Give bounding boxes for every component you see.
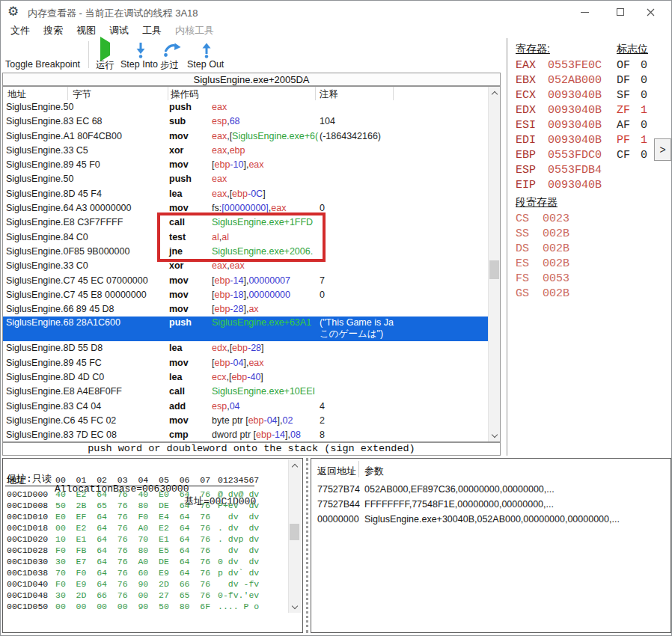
register-row[interactable]: ESI0093040B bbox=[516, 118, 602, 133]
column-label-comment[interactable]: 注释 bbox=[320, 88, 338, 101]
column-label-bytes[interactable]: 字节 bbox=[73, 88, 91, 101]
disasm-row[interactable]: SiglusEngine.C6 45 FC 02movbyte ptr [ebp… bbox=[3, 414, 488, 428]
flag-row[interactable]: DF0 bbox=[617, 73, 647, 88]
hex-row[interactable]: 00C1D05000 00 00 00 90 50 80 6F.... P o bbox=[3, 601, 287, 612]
register-name: ECX bbox=[516, 88, 548, 103]
disasm-scrollbar[interactable] bbox=[488, 87, 500, 441]
disasm-row[interactable]: SiglusEngine.8D 4D C0leaecx,[ebp-40] bbox=[3, 370, 488, 385]
disasm-row[interactable]: SiglusEngine.50pusheax bbox=[3, 100, 488, 114]
hex-row[interactable]: 00C1D010E0 EF 64 76 F0 E4 64 76 dv dv bbox=[3, 511, 287, 522]
disasm-mnemonic: mov bbox=[169, 302, 189, 317]
hex-address: 00C1D038 bbox=[7, 567, 48, 578]
segment-row[interactable]: SS 002B bbox=[516, 227, 569, 242]
segment-row[interactable]: ES 002B bbox=[516, 257, 569, 272]
disasm-row[interactable]: SiglusEngine.33 C5xoreax,ebp bbox=[3, 144, 488, 158]
disasm-row[interactable]: SiglusEngine.8D 45 F4leaeax,[ebp-0C] bbox=[3, 187, 488, 201]
segment-row[interactable]: GS 002B bbox=[516, 287, 569, 302]
disasm-row[interactable]: SiglusEngine.83 C4 04addesp,044 bbox=[3, 400, 488, 414]
hex-scrollbar[interactable] bbox=[288, 459, 301, 613]
scroll-up-button[interactable] bbox=[489, 87, 500, 99]
menu-item-tools[interactable]: 工具 bbox=[135, 23, 168, 38]
flag-row[interactable]: PF1 bbox=[617, 133, 647, 148]
segment-row[interactable]: DS 002B bbox=[516, 242, 569, 257]
menu-item-debug[interactable]: 调试 bbox=[103, 23, 135, 38]
menu-item-kernel-tools[interactable]: 内核工具 bbox=[168, 23, 221, 38]
stack-row[interactable]: 77527B44FFFFFFFF,77548F1E,00000000,00000… bbox=[311, 497, 671, 512]
stack-col-return-address[interactable]: 返回地址 bbox=[317, 465, 356, 478]
stack-params: SiglusEngine.exe+30040B,052AB000,0000000… bbox=[364, 512, 620, 527]
scroll-down-button[interactable] bbox=[489, 429, 500, 441]
disasm-row[interactable]: SiglusEngine.0F85 9B000000jneSiglusEngin… bbox=[3, 245, 488, 259]
column-label-opcode[interactable]: 操作码 bbox=[171, 88, 199, 101]
flag-row[interactable]: SF0 bbox=[617, 88, 647, 103]
register-row[interactable]: ESP0553FDB4 bbox=[516, 163, 602, 178]
disasm-row[interactable]: SiglusEngine.A1 80F4CB00moveax,[SiglusEn… bbox=[3, 129, 488, 144]
stack-row[interactable]: 00000000SiglusEngine.exe+30040B,052AB000… bbox=[311, 512, 671, 527]
close-button[interactable] bbox=[638, 3, 662, 21]
segment-row[interactable]: CS 0023 bbox=[516, 212, 569, 227]
disasm-row[interactable]: SiglusEngine.50pusheax bbox=[3, 172, 488, 186]
disasm-row[interactable]: SiglusEngine.33 C0xoreax,eax bbox=[3, 259, 488, 273]
hex-address: 00C1D000 bbox=[7, 489, 48, 500]
disasm-address: SiglusEngine.66 89 45 D8 bbox=[6, 302, 114, 317]
flag-row[interactable]: ZF1 bbox=[617, 103, 647, 118]
disasm-mnemonic: mov bbox=[169, 288, 189, 302]
disasm-row[interactable]: SiglusEngine.C7 45 EC 07000000mov[ebp-14… bbox=[3, 274, 488, 288]
flag-row[interactable]: OF0 bbox=[617, 58, 647, 73]
maximize-button[interactable] bbox=[608, 3, 632, 21]
hex-bytes: 10 E1 64 76 70 E1 64 76 bbox=[55, 533, 210, 545]
scrollbar-thumb[interactable] bbox=[489, 260, 499, 279]
menu-item-file[interactable]: 文件 bbox=[4, 23, 37, 38]
stack-row[interactable]: 77527B74052AB000,EF897C36,00000000,00000… bbox=[311, 482, 671, 497]
register-row[interactable]: EBP0553FDC0 bbox=[516, 148, 602, 163]
register-name: EBP bbox=[516, 148, 548, 163]
disasm-row[interactable]: SiglusEngine.68 28A1C600pushSiglusEngine… bbox=[3, 317, 488, 341]
hex-bytes: 30 2D 66 76 00 27 65 76 bbox=[55, 590, 210, 601]
stack-col-params[interactable]: 参数 bbox=[364, 465, 384, 478]
disasm-address: SiglusEngine.A1 80F4CB00 bbox=[6, 129, 122, 144]
toolbar-label-step-out: Step Out bbox=[187, 59, 224, 70]
scroll-up-button[interactable] bbox=[289, 459, 300, 471]
disasm-mnemonic: push bbox=[169, 317, 192, 329]
hex-row[interactable]: 00C1D040F0 E9 64 76 90 2D 66 76 dv -fv bbox=[3, 578, 287, 590]
minimize-button[interactable] bbox=[572, 3, 596, 21]
hex-row[interactable]: 00C1D02010 E1 64 76 70 E1 64 76. dvp dv bbox=[3, 533, 287, 545]
hex-row[interactable]: 00C1D028F0 FB 64 76 80 E5 64 76 dv dv bbox=[3, 545, 287, 556]
disasm-row[interactable]: SiglusEngine.83 7D EC 08cmpdword ptr [eb… bbox=[3, 428, 488, 441]
hex-row[interactable]: 00C1D01800 E2 64 76 A0 E2 64 76. dv dv bbox=[3, 522, 287, 533]
flag-row[interactable]: AF0 bbox=[617, 118, 647, 133]
maximize-icon bbox=[617, 8, 624, 16]
panel-splitter[interactable] bbox=[306, 458, 308, 633]
hex-row[interactable]: 00C1D03870 F0 64 76 60 E9 64 76p dv` dv bbox=[3, 567, 287, 578]
menu-item-search[interactable]: 搜索 bbox=[37, 23, 70, 38]
hex-row[interactable]: 00C1D03030 E7 64 76 A0 DE 64 760 dv dv bbox=[3, 556, 287, 567]
disasm-row[interactable]: SiglusEngine.89 45 FCmov[ebp-04],eax bbox=[3, 356, 488, 370]
flag-row[interactable]: CF0 bbox=[617, 148, 647, 163]
scrollbar-thumb[interactable] bbox=[290, 524, 299, 540]
register-row[interactable]: EDI0093040B bbox=[516, 133, 602, 148]
scroll-down-button[interactable] bbox=[289, 601, 300, 613]
title-bar: ⚙ 内存查看器 - 当前正在调试的线程 3A18 bbox=[1, 1, 671, 23]
hex-row[interactable]: 00C1D04830 2D 66 76 00 27 65 760-fv.'ev bbox=[3, 590, 287, 601]
menu-item-view[interactable]: 视图 bbox=[70, 23, 103, 38]
disasm-row[interactable]: SiglusEngine.E8 A4E8F0FFcallSiglusEngine… bbox=[3, 385, 488, 399]
column-label-address[interactable]: 地址 bbox=[7, 88, 26, 101]
register-row[interactable]: EAX0553FE0C bbox=[516, 58, 602, 73]
register-name: ESI bbox=[516, 118, 548, 133]
register-row[interactable]: EDX0093040B bbox=[516, 103, 602, 118]
expand-registers-button[interactable]: > bbox=[654, 138, 671, 161]
disasm-row[interactable]: SiglusEngine.64 A3 00000000movfs:[000000… bbox=[3, 201, 488, 215]
register-row[interactable]: ECX0093040B bbox=[516, 88, 602, 103]
disasm-row[interactable]: SiglusEngine.66 89 45 D8mov[ebp-28],ax bbox=[3, 302, 488, 317]
segment-row[interactable]: FS 0053 bbox=[516, 272, 569, 287]
disasm-row[interactable]: SiglusEngine.E8 C3F7FFFFcallSiglusEngine… bbox=[3, 215, 488, 230]
disasm-row[interactable]: SiglusEngine.84 C0testal,al bbox=[3, 230, 488, 245]
register-row[interactable]: EIP0093040B bbox=[516, 178, 602, 193]
register-row[interactable]: EBX052AB000 bbox=[516, 73, 602, 88]
disasm-row[interactable]: SiglusEngine.C7 45 E8 00000000mov[ebp-18… bbox=[3, 288, 488, 302]
disasm-row[interactable]: SiglusEngine.89 45 F0mov[ebp-10],eax bbox=[3, 158, 488, 172]
hex-row[interactable]: 00C1D00040 E2 64 76 40 E0 64 76@ dv@ dv bbox=[3, 489, 287, 500]
disasm-row[interactable]: SiglusEngine.83 EC 68subesp,68104 bbox=[3, 114, 488, 129]
hex-row[interactable]: 00C1D00850 2B 65 76 80 DE 64 76P+ev dv bbox=[3, 500, 287, 511]
disasm-row[interactable]: SiglusEngine.8D 55 D8leaedx,[ebp-28] bbox=[3, 341, 488, 355]
